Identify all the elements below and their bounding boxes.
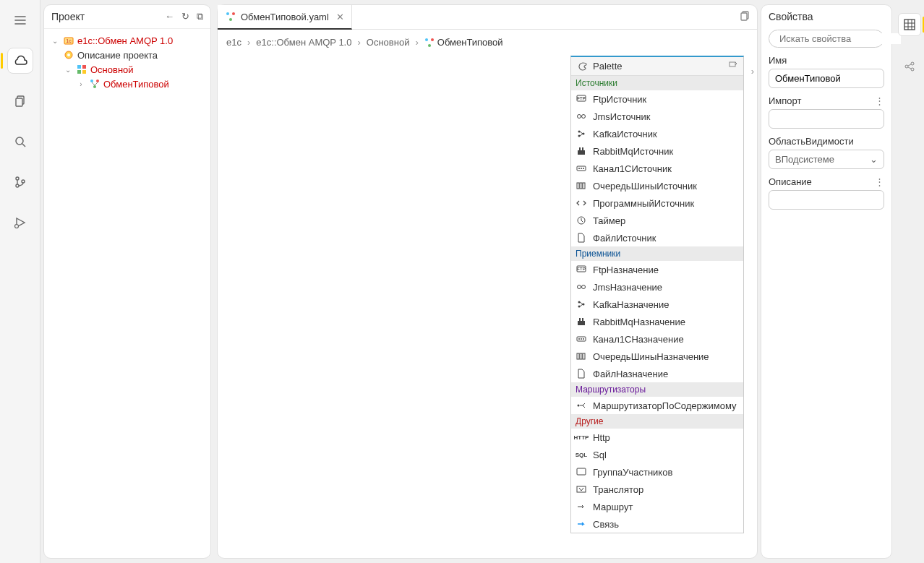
- palette-item-jms-src[interactable]: JmsИсточник: [571, 108, 743, 125]
- svg-point-75: [911, 68, 914, 71]
- palette-icon: [577, 61, 589, 72]
- palette-item-queue-src[interactable]: ОчередьШиныИсточник: [571, 177, 743, 194]
- palette-item-chan1c-src[interactable]: Канал1СИсточник: [571, 160, 743, 177]
- tree-exchange[interactable]: › ОбменТиповой: [47, 77, 208, 91]
- search-input[interactable]: [779, 33, 901, 44]
- palette-item-group[interactable]: ГруппаУчастников: [571, 463, 743, 481]
- svg-point-59: [583, 338, 584, 340]
- editor-area: ОбменТиповой.yaml ✕ e1c › e1c::Обмен AMQ…: [217, 4, 758, 559]
- svg-point-17: [96, 79, 99, 82]
- svg-rect-23: [741, 13, 747, 20]
- palette-item-content-router[interactable]: МаршрутизаторПоСодержимому: [571, 397, 743, 414]
- palette-header: Palette: [571, 57, 743, 76]
- collapse-icon[interactable]: ⧉: [197, 11, 203, 22]
- flow-icon: [89, 78, 100, 90]
- menu-icon[interactable]: [7, 7, 33, 33]
- pin-icon[interactable]: [727, 60, 737, 72]
- chevron-down-icon[interactable]: ⌄: [50, 35, 60, 46]
- chevron-right-icon: ›: [247, 37, 250, 48]
- run-icon[interactable]: [7, 210, 33, 236]
- palette-item-link[interactable]: Связь: [571, 515, 743, 533]
- http-icon: HTTP: [576, 431, 587, 443]
- tab-bar: ОбменТиповой.yaml ✕: [218, 5, 757, 30]
- desc-input[interactable]: [769, 190, 884, 210]
- svg-point-58: [581, 338, 582, 340]
- clock-icon: [576, 215, 587, 226]
- palette: Palette Источники FTPFtpИсточник JmsИсто…: [570, 56, 744, 533]
- copy-icon[interactable]: [740, 10, 751, 24]
- sql-icon: SQL: [576, 449, 587, 460]
- name-input[interactable]: [769, 69, 884, 88]
- tab-exchange[interactable]: ОбменТиповой.yaml ✕: [218, 5, 352, 30]
- svg-point-25: [431, 38, 434, 41]
- cloud-icon[interactable]: [7, 48, 33, 74]
- svg-point-31: [582, 115, 586, 119]
- share-icon[interactable]: [898, 55, 921, 78]
- palette-item-timer[interactable]: Таймер: [571, 212, 743, 229]
- palette-item-queue-dst[interactable]: ОчередьШиныНазначение: [571, 348, 743, 365]
- palette-item-rabbit-dst[interactable]: RabbitMqНазначение: [571, 313, 743, 330]
- more-icon[interactable]: ⋮: [875, 176, 884, 187]
- tree-root-label: e1c::Обмен AMQP 1.0: [77, 35, 173, 46]
- svg-point-4: [16, 177, 19, 180]
- expand-icon[interactable]: ›: [751, 66, 754, 77]
- table-icon[interactable]: [898, 13, 921, 36]
- refresh-icon[interactable]: ↻: [181, 11, 189, 22]
- translator-icon: [576, 484, 587, 495]
- more-icon[interactable]: ⋮: [875, 95, 884, 106]
- palette-item-translator[interactable]: Транслятор: [571, 481, 743, 498]
- visibility-select[interactable]: ВПодсистеме ⌄: [769, 150, 884, 169]
- palette-item-jms-dst[interactable]: JmsНазначение: [571, 278, 743, 296]
- palette-item-http[interactable]: HTTPHttp: [571, 429, 743, 446]
- properties-search[interactable]: [769, 30, 884, 48]
- palette-item-ftp-dst[interactable]: FTPFtpНазначение: [571, 261, 743, 278]
- breadcrumb-item[interactable]: e1c::Обмен AMQP 1.0: [256, 37, 351, 48]
- breadcrumb-item[interactable]: ОбменТиповой: [424, 37, 503, 48]
- tree-root[interactable]: ⌄ 1c e1c::Обмен AMQP 1.0: [47, 33, 208, 48]
- tree-desc[interactable]: Описание проекта: [47, 48, 208, 62]
- import-input[interactable]: [769, 109, 884, 129]
- palette-item-sql[interactable]: SQLSql: [571, 446, 743, 463]
- tree-main[interactable]: ⌄ Основной: [47, 62, 208, 77]
- breadcrumb-item[interactable]: e1c: [226, 37, 241, 48]
- queue-icon: [576, 351, 587, 362]
- palette-item-ftp-src[interactable]: FTPFtpИсточник: [571, 90, 743, 108]
- svg-point-26: [428, 44, 431, 47]
- svg-text:FTP: FTP: [577, 267, 585, 271]
- chevron-down-icon[interactable]: ⌄: [63, 64, 73, 74]
- back-icon[interactable]: ←: [165, 11, 174, 22]
- files-icon[interactable]: [7, 88, 33, 114]
- palette-item-rabbit-src[interactable]: RabbitMqИсточник: [571, 142, 743, 160]
- route-icon: [576, 501, 587, 512]
- svg-rect-12: [77, 65, 81, 69]
- prop-visibility: ОбластьВидимости ВПодсистеме ⌄: [769, 136, 884, 169]
- close-icon[interactable]: ✕: [336, 12, 344, 22]
- breadcrumb-item[interactable]: Основной: [367, 37, 410, 48]
- chevron-right-icon[interactable]: ›: [76, 79, 86, 89]
- svg-point-41: [583, 168, 584, 169]
- file-icon: [576, 232, 587, 244]
- prop-desc: Описание ⋮: [769, 176, 884, 210]
- svg-point-73: [905, 65, 908, 68]
- palette-item-kafka-src[interactable]: KafkaИсточник: [571, 125, 743, 142]
- tree-main-label: Основной: [90, 64, 134, 75]
- palette-item-route[interactable]: Маршрут: [571, 498, 743, 515]
- palette-item-file-src[interactable]: ФайлИсточник: [571, 229, 743, 246]
- palette-section-other: Другие: [571, 414, 743, 429]
- search-icon[interactable]: [7, 129, 33, 155]
- palette-item-chan1c-dst[interactable]: Канал1СНазначение: [571, 330, 743, 348]
- branch-icon[interactable]: [7, 169, 33, 195]
- svg-rect-43: [580, 183, 582, 189]
- package-icon: 1c: [63, 35, 74, 46]
- svg-point-40: [581, 168, 582, 169]
- palette-title: Palette: [593, 61, 723, 72]
- code-icon: [576, 197, 587, 209]
- router-icon: [576, 400, 587, 411]
- palette-item-kafka-dst[interactable]: KafkaНазначение: [571, 296, 743, 313]
- tree-desc-label: Описание проекта: [77, 50, 158, 61]
- palette-item-prog-src[interactable]: ПрограммныйИсточник: [571, 194, 743, 212]
- palette-item-file-dst[interactable]: ФайлНазначение: [571, 365, 743, 382]
- project-panel: Проект ← ↻ ⧉ ⌄ 1c e1c::Обмен AMQP 1.0 Оп…: [43, 4, 211, 559]
- svg-rect-54: [579, 318, 581, 322]
- project-header: Проект ← ↻ ⧉: [44, 5, 210, 29]
